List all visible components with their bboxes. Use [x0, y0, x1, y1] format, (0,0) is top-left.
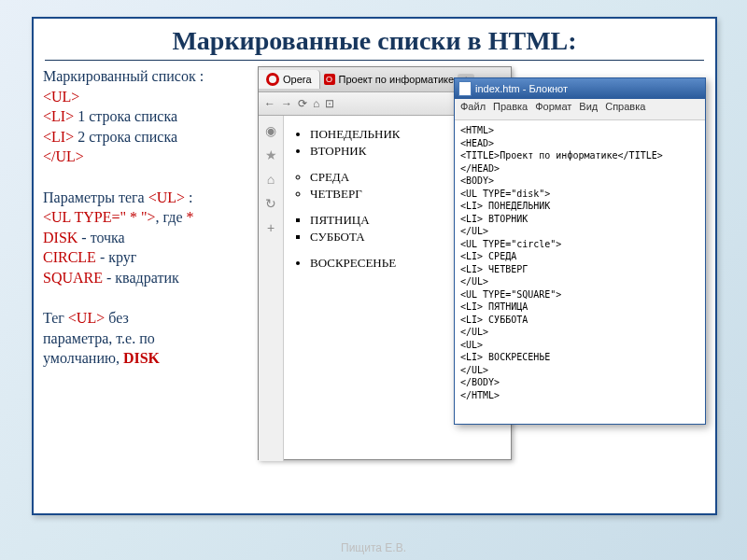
notepad-title-text: index.htm - Блокнот [475, 83, 568, 94]
menu-help[interactable]: Справка [605, 101, 645, 118]
tab-title[interactable]: Проект по информатике [339, 74, 455, 85]
square-desc: - квадратик [103, 270, 179, 286]
notepad-titlebar[interactable]: index.htm - Блокнот [455, 78, 705, 99]
star-icon[interactable]: ★ [265, 147, 277, 162]
home-icon[interactable]: ⌂ [313, 97, 319, 110]
tail-disk: DISK [123, 350, 160, 366]
bookmarks-bar-icon[interactable]: ⊡ [325, 97, 334, 110]
notepad-icon [458, 81, 472, 96]
tag-li-1: <LI> [43, 108, 74, 124]
panel-icon[interactable]: ⌂ [267, 172, 275, 187]
notepad-menubar: Файл Правка Формат Вид Справка [455, 99, 705, 120]
tag-li-2: <LI> [43, 129, 74, 145]
params-where: , где [156, 209, 187, 225]
li-text-1: 1 строка списка [74, 108, 177, 124]
params-tag: <UL> [148, 189, 185, 205]
slide-frame: Маркированные списки в HTML: Маркированн… [32, 17, 717, 515]
forward-icon[interactable]: → [281, 97, 292, 110]
tail-3a: умолчанию, [43, 350, 123, 366]
right-column: Opera O Проект по информатике + ← → ⟳ ⌂ … [258, 66, 706, 369]
reload-icon[interactable]: ⟳ [298, 97, 307, 110]
opera-menu-tab[interactable]: Opera [259, 70, 320, 89]
tail-1c: без [105, 310, 129, 326]
square-kw: SQUARE [43, 270, 103, 286]
panel-icon[interactable]: ↻ [265, 196, 276, 211]
opera-icon [266, 73, 279, 86]
tail-1a: Тег [43, 310, 68, 326]
menu-file[interactable]: Файл [460, 101, 486, 118]
left-text-column: Маркированный список : <UL> <LI> 1 строк… [43, 66, 258, 369]
disk-desc: - точка [78, 230, 124, 245]
params-label: Параметры тега [43, 189, 148, 205]
params-colon: : [185, 189, 192, 205]
menu-format[interactable]: Формат [535, 101, 571, 118]
back-icon[interactable]: ← [264, 97, 275, 110]
slide-footer: Пищита Е.В. [0, 541, 747, 554]
notepad-editor[interactable]: <HTML> <HEAD> <TITLE>Проект по информати… [455, 120, 705, 405]
li-text-2: 2 строка списка [74, 129, 177, 145]
menu-view[interactable]: Вид [579, 101, 598, 118]
content-row: Маркированный список : <UL> <LI> 1 строк… [34, 61, 715, 374]
params-star: * [187, 209, 194, 225]
circle-desc: - круг [96, 249, 136, 265]
page-favicon: O [324, 74, 335, 85]
intro-line: Маркированный список : [43, 66, 258, 87]
params-syntax: <UL TYPE=" * "> [43, 209, 156, 225]
disk-kw: DISK [43, 230, 78, 245]
notepad-window: index.htm - Блокнот Файл Правка Формат В… [454, 77, 706, 425]
opera-label: Opera [283, 74, 312, 85]
panel-icon[interactable]: ◉ [265, 123, 276, 138]
tail-2: параметра, т.е. по [43, 329, 258, 349]
panel-add-icon[interactable]: + [267, 220, 275, 235]
circle-kw: CIRCLE [43, 249, 96, 265]
tag-ul-close: </UL> [43, 148, 84, 164]
browser-side-panel: ◉ ★ ⌂ ↻ + [259, 116, 284, 461]
menu-edit[interactable]: Правка [493, 101, 528, 118]
slide-title: Маркированные списки в HTML: [45, 19, 704, 61]
tag-ul-open: <UL> [43, 89, 79, 105]
tail-tag: <UL> [68, 310, 105, 326]
